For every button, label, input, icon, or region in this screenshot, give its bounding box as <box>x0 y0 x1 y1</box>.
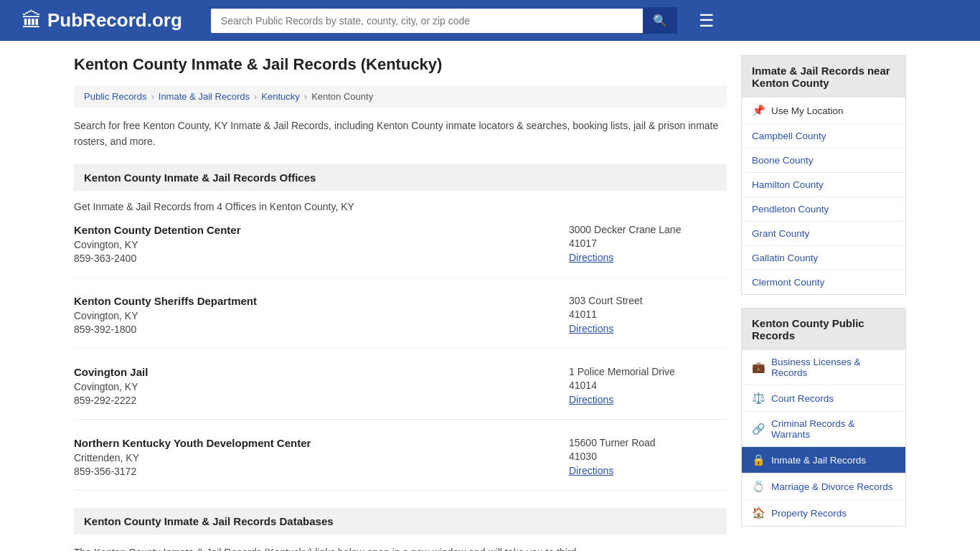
content-area: Kenton County Inmate & Jail Records (Ken… <box>74 55 727 551</box>
databases-description: The Kenton County Inmate & Jail Records … <box>74 545 727 551</box>
office-entry: Covington Jail Covington, KY 859-292-222… <box>74 366 727 420</box>
inmate-label: Inmate & Jail Records <box>771 455 866 466</box>
sidebar-criminal-records[interactable]: 🔗 Criminal Records & Warrants <box>742 412 905 447</box>
office-address-3: 1 Police Memorial Drive <box>569 366 727 377</box>
sidebar-inmate-records[interactable]: 🔒 Inmate & Jail Records <box>742 447 905 474</box>
office-city-2: Covington, KY <box>74 310 540 321</box>
nearby-pendleton[interactable]: Pendleton County <box>742 197 905 222</box>
office-count: Get Inmate & Jail Records from 4 Offices… <box>74 201 727 212</box>
breadcrumb-sep-1: › <box>151 91 154 102</box>
site-header: 🏛 PubRecord.org 🔍 ☰ <box>0 0 980 41</box>
breadcrumb: Public Records › Inmate & Jail Records ›… <box>74 85 727 108</box>
nearby-boone[interactable]: Boone County <box>742 149 905 173</box>
office-zip-4: 41030 <box>569 451 727 462</box>
office-entry: Kenton County Sheriffs Department Coving… <box>74 295 727 349</box>
nearby-grant[interactable]: Grant County <box>742 222 905 246</box>
scales-icon: ⚖️ <box>752 392 765 405</box>
office-entry: Kenton County Detention Center Covington… <box>74 224 727 278</box>
breadcrumb-public-records[interactable]: Public Records <box>84 91 146 102</box>
directions-link-2[interactable]: Directions <box>569 323 613 334</box>
office-right-2: 303 Court Street 41011 Directions <box>569 295 727 335</box>
business-label: Business Licenses & Records <box>771 357 895 378</box>
use-location-label: Use My Location <box>771 105 844 116</box>
office-name-2: Kenton County Sheriffs Department <box>74 295 540 307</box>
search-container: 🔍 <box>211 7 677 34</box>
logo-text: PubRecord.org <box>47 9 182 32</box>
office-zip-1: 41017 <box>569 237 727 249</box>
link-icon: 🔗 <box>752 423 765 435</box>
breadcrumb-sep-2: › <box>254 91 257 102</box>
office-address-1: 3000 Decker Crane Lane <box>569 224 727 235</box>
sidebar-property-records[interactable]: 🏠 Property Records <box>742 500 905 526</box>
office-name-3: Covington Jail <box>74 366 540 378</box>
ring-icon: 💍 <box>752 480 765 493</box>
nearby-clermont[interactable]: Clermont County <box>742 270 905 294</box>
office-city-3: Covington, KY <box>74 381 540 392</box>
logo-icon: 🏛 <box>22 9 42 32</box>
court-label: Court Records <box>771 393 834 404</box>
lock-icon: 🔒 <box>752 453 765 466</box>
page-description: Search for free Kenton County, KY Inmate… <box>74 118 727 150</box>
nearby-header: Inmate & Jail Records near Kenton County <box>742 56 905 98</box>
office-phone-4: 859-356-3172 <box>74 466 540 477</box>
databases-section-header: Kenton County Inmate & Jail Records Data… <box>74 508 727 534</box>
logo[interactable]: 🏛 PubRecord.org <box>22 9 182 32</box>
breadcrumb-sep-3: › <box>304 91 307 102</box>
office-address-2: 303 Court Street <box>569 295 727 306</box>
public-records-section: Kenton County Public Records 💼 Business … <box>741 308 906 527</box>
sidebar-business-licenses[interactable]: 💼 Business Licenses & Records <box>742 350 905 385</box>
nearby-section: Inmate & Jail Records near Kenton County… <box>741 55 906 295</box>
office-right-4: 15600 Turner Road 41030 Directions <box>569 437 727 477</box>
page-title: Kenton County Inmate & Jail Records (Ken… <box>74 55 727 74</box>
office-phone-2: 859-392-1800 <box>74 324 540 335</box>
directions-link-3[interactable]: Directions <box>569 394 613 405</box>
property-label: Property Records <box>771 508 847 519</box>
sidebar-court-records[interactable]: ⚖️ Court Records <box>742 385 905 412</box>
office-address-4: 15600 Turner Road <box>569 437 727 448</box>
nearby-hamilton[interactable]: Hamilton County <box>742 173 905 197</box>
marriage-label: Marriage & Divorce Records <box>771 481 893 492</box>
office-city-1: Covington, KY <box>74 239 540 250</box>
search-icon: 🔍 <box>653 14 667 27</box>
breadcrumb-current: Kenton County <box>311 91 373 102</box>
office-zip-3: 41014 <box>569 380 727 391</box>
briefcase-icon: 💼 <box>752 361 765 374</box>
directions-link-1[interactable]: Directions <box>569 252 613 263</box>
office-zip-2: 41011 <box>569 309 727 320</box>
search-input[interactable] <box>211 9 643 33</box>
main-layout: Kenton County Inmate & Jail Records (Ken… <box>60 41 920 551</box>
search-button[interactable]: 🔍 <box>643 7 677 34</box>
menu-icon[interactable]: ☰ <box>699 11 715 31</box>
office-left-4: Northern Kentucky Youth Development Cent… <box>74 437 540 477</box>
public-records-header: Kenton County Public Records <box>742 309 905 350</box>
nearby-gallatin[interactable]: Gallatin County <box>742 246 905 270</box>
house-icon: 🏠 <box>752 507 765 519</box>
office-left-1: Kenton County Detention Center Covington… <box>74 224 540 264</box>
office-name-4: Northern Kentucky Youth Development Cent… <box>74 437 540 449</box>
office-right-1: 3000 Decker Crane Lane 41017 Directions <box>569 224 727 264</box>
breadcrumb-kentucky[interactable]: Kentucky <box>261 91 299 102</box>
use-location-item[interactable]: 📌 Use My Location <box>742 98 905 124</box>
location-icon: 📌 <box>752 104 765 117</box>
sidebar-marriage-records[interactable]: 💍 Marriage & Divorce Records <box>742 474 905 500</box>
sidebar: Inmate & Jail Records near Kenton County… <box>741 55 906 551</box>
office-phone-1: 859-363-2400 <box>74 253 540 264</box>
office-right-3: 1 Police Memorial Drive 41014 Directions <box>569 366 727 406</box>
directions-link-4[interactable]: Directions <box>569 465 613 476</box>
office-left-2: Kenton County Sheriffs Department Coving… <box>74 295 540 335</box>
nearby-campbell[interactable]: Campbell County <box>742 124 905 149</box>
office-left-3: Covington Jail Covington, KY 859-292-222… <box>74 366 540 406</box>
criminal-label: Criminal Records & Warrants <box>771 418 895 440</box>
office-entry: Northern Kentucky Youth Development Cent… <box>74 437 727 491</box>
office-phone-3: 859-292-2222 <box>74 395 540 406</box>
office-name-1: Kenton County Detention Center <box>74 224 540 236</box>
offices-section-header: Kenton County Inmate & Jail Records Offi… <box>74 164 727 191</box>
breadcrumb-inmate[interactable]: Inmate & Jail Records <box>159 91 250 102</box>
office-city-4: Crittenden, KY <box>74 452 540 463</box>
